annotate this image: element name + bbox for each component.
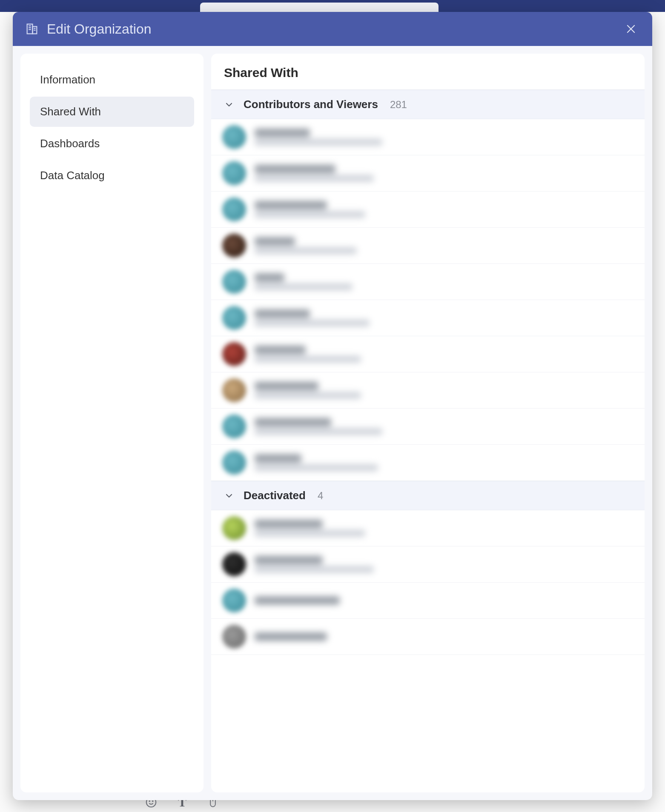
list-item-sub-redacted <box>255 247 357 254</box>
sidebar-item-nav-shared-with[interactable]: Shared With <box>30 97 194 127</box>
list-item-name-redacted <box>255 596 340 605</box>
list-item-name-redacted <box>255 520 323 528</box>
list-item[interactable] <box>211 409 645 445</box>
sidebar-item-nav-dashboards[interactable]: Dashboards <box>30 129 194 159</box>
close-button[interactable] <box>622 20 640 38</box>
list-item-name-redacted <box>255 418 331 426</box>
list-item-sub-redacted <box>255 320 370 326</box>
avatar <box>222 125 246 149</box>
avatar <box>222 451 246 475</box>
list-item-sub-redacted <box>255 139 382 146</box>
list-item[interactable] <box>211 510 645 546</box>
svg-point-10 <box>149 801 150 802</box>
list-item-text <box>255 129 382 146</box>
sidebar: InformationShared WithDashboardsData Cat… <box>20 54 204 792</box>
edit-organization-modal: Edit Organization InformationShared With… <box>13 12 652 800</box>
list-item-name-redacted <box>255 632 327 641</box>
list-item[interactable] <box>211 619 645 655</box>
sidebar-item-nav-data-catalog[interactable]: Data Catalog <box>30 160 194 191</box>
list-item-name-redacted <box>255 454 301 463</box>
sidebar-item-nav-information[interactable]: Information <box>30 65 194 95</box>
modal-header: Edit Organization <box>13 12 652 46</box>
list-item-name-redacted <box>255 309 310 318</box>
list-item-text <box>255 556 374 573</box>
list-item-text <box>255 165 374 182</box>
list-item[interactable] <box>211 192 645 228</box>
list-item-name-redacted <box>255 165 335 173</box>
sidebar-item-label: Shared With <box>40 105 101 118</box>
avatar <box>222 415 246 438</box>
avatar <box>222 234 246 257</box>
section-count: 4 <box>318 490 323 502</box>
list-item-sub-redacted <box>255 283 353 290</box>
avatar <box>222 270 246 294</box>
section-count: 281 <box>390 99 407 111</box>
avatar <box>222 589 246 612</box>
list-item[interactable] <box>211 264 645 300</box>
list-item-name-redacted <box>255 556 323 564</box>
list-item-name-redacted <box>255 201 327 209</box>
list-item-name-redacted <box>255 273 284 282</box>
avatar <box>222 516 246 540</box>
modal-body: InformationShared WithDashboardsData Cat… <box>13 46 652 800</box>
section-label: Deactivated <box>244 489 306 502</box>
avatar <box>222 161 246 185</box>
avatar <box>222 552 246 576</box>
list-item[interactable] <box>211 119 645 155</box>
list-item-text <box>255 418 382 435</box>
list-item-sub-redacted <box>255 211 365 218</box>
list-item-text <box>255 346 361 363</box>
avatar <box>222 378 246 402</box>
list-item-sub-redacted <box>255 464 378 471</box>
list-item[interactable] <box>211 336 645 372</box>
avatar <box>222 197 246 221</box>
list-item-text <box>255 309 370 326</box>
section-label: Contributors and Viewers <box>244 98 378 111</box>
list-item-sub-redacted <box>255 530 365 537</box>
chevron-down-icon <box>224 491 234 501</box>
list-item-sub-redacted <box>255 566 374 573</box>
list-item-text <box>255 454 378 471</box>
list-item-text <box>255 382 361 399</box>
organization-icon <box>25 22 39 36</box>
section-header-contributors[interactable]: Contributors and Viewers281 <box>211 90 645 119</box>
list-item[interactable] <box>211 155 645 192</box>
close-icon <box>625 23 637 35</box>
list-item-text <box>255 201 365 218</box>
list-item-text <box>255 520 365 537</box>
list-item-name-redacted <box>255 129 310 137</box>
list-item-sub-redacted <box>255 356 361 363</box>
avatar <box>222 306 246 330</box>
list-item-text <box>255 596 340 605</box>
list-item-name-redacted <box>255 346 306 354</box>
list-item[interactable] <box>211 583 645 619</box>
list-item[interactable] <box>211 300 645 336</box>
main-panel: Shared With Contributors and Viewers281D… <box>211 54 645 792</box>
list-item[interactable] <box>211 445 645 481</box>
list-item-sub-redacted <box>255 392 361 399</box>
avatar <box>222 625 246 649</box>
list-item[interactable] <box>211 546 645 583</box>
list-item-sub-redacted <box>255 428 382 435</box>
sidebar-item-label: Dashboards <box>40 137 100 150</box>
list-item-sub-redacted <box>255 175 374 182</box>
sidebar-item-label: Information <box>40 73 95 86</box>
list-item-name-redacted <box>255 382 318 390</box>
list-item-text <box>255 632 327 641</box>
avatar <box>222 342 246 366</box>
main-title: Shared With <box>211 54 645 90</box>
svg-point-11 <box>152 801 153 802</box>
list-item-text <box>255 273 353 290</box>
list-item[interactable] <box>211 372 645 409</box>
sidebar-item-label: Data Catalog <box>40 169 105 182</box>
list-item[interactable] <box>211 228 645 264</box>
modal-title: Edit Organization <box>47 21 614 37</box>
list-item-name-redacted <box>255 237 295 246</box>
section-header-deactivated[interactable]: Deactivated4 <box>211 481 645 510</box>
list-item-text <box>255 237 357 254</box>
chevron-down-icon <box>224 100 234 110</box>
main-scroll[interactable]: Contributors and Viewers281Deactivated4 <box>211 90 645 792</box>
